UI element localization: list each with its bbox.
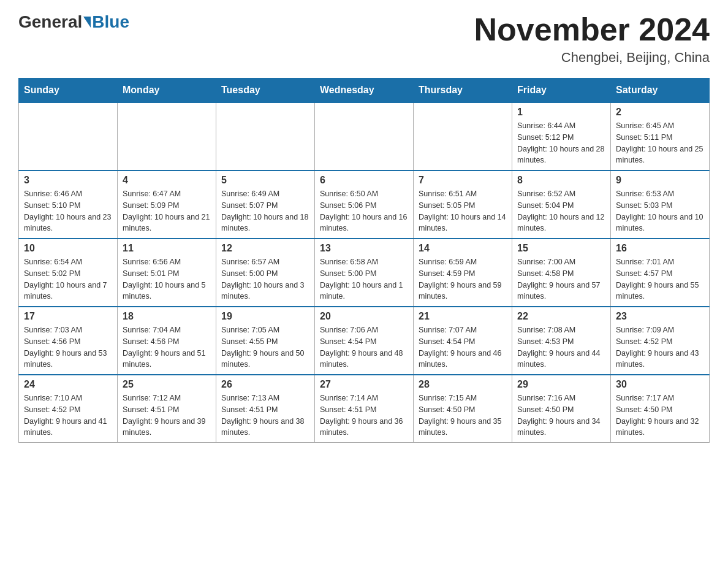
calendar-cell: 12Sunrise: 6:57 AMSunset: 5:00 PMDayligh… — [216, 239, 315, 307]
calendar-cell: 2Sunrise: 6:45 AMSunset: 5:11 PMDaylight… — [611, 102, 710, 170]
day-number: 26 — [221, 379, 309, 390]
logo-blue-text: Blue — [92, 12, 129, 32]
calendar-cell — [118, 102, 216, 170]
calendar-cell — [216, 102, 315, 170]
day-info: Sunrise: 7:10 AMSunset: 4:52 PMDaylight:… — [24, 393, 112, 439]
calendar-cell: 7Sunrise: 6:51 AMSunset: 5:05 PMDaylight… — [414, 170, 512, 239]
calendar-cell: 8Sunrise: 6:52 AMSunset: 5:04 PMDaylight… — [512, 170, 611, 239]
weekday-header-monday: Monday — [118, 79, 216, 103]
weekday-header-saturday: Saturday — [611, 79, 710, 103]
week-row-1: 1Sunrise: 6:44 AMSunset: 5:12 PMDaylight… — [19, 102, 710, 170]
day-info: Sunrise: 6:58 AMSunset: 5:00 PMDaylight:… — [320, 256, 408, 302]
calendar-cell: 23Sunrise: 7:09 AMSunset: 4:52 PMDayligh… — [611, 307, 710, 375]
day-info: Sunrise: 6:47 AMSunset: 5:09 PMDaylight:… — [123, 188, 211, 234]
day-number: 13 — [320, 243, 408, 254]
header: General Blue November 2024 Chengbei, Bei… — [18, 12, 710, 66]
calendar-cell: 29Sunrise: 7:16 AMSunset: 4:50 PMDayligh… — [512, 375, 611, 443]
day-number: 8 — [517, 175, 605, 186]
day-info: Sunrise: 6:44 AMSunset: 5:12 PMDaylight:… — [517, 120, 605, 166]
day-number: 24 — [24, 379, 112, 390]
calendar-cell: 5Sunrise: 6:49 AMSunset: 5:07 PMDaylight… — [216, 170, 315, 239]
day-number: 7 — [419, 175, 507, 186]
day-number: 6 — [320, 175, 408, 186]
calendar-cell: 3Sunrise: 6:46 AMSunset: 5:10 PMDaylight… — [19, 170, 118, 239]
week-row-4: 17Sunrise: 7:03 AMSunset: 4:56 PMDayligh… — [19, 307, 710, 375]
day-info: Sunrise: 7:00 AMSunset: 4:58 PMDaylight:… — [517, 256, 605, 302]
day-number: 3 — [24, 175, 112, 186]
day-number: 10 — [24, 243, 112, 254]
weekday-header-tuesday: Tuesday — [216, 79, 315, 103]
day-number: 9 — [616, 175, 704, 186]
calendar-cell: 15Sunrise: 7:00 AMSunset: 4:58 PMDayligh… — [512, 239, 611, 307]
week-row-3: 10Sunrise: 6:54 AMSunset: 5:02 PMDayligh… — [19, 239, 710, 307]
calendar-cell — [414, 102, 512, 170]
day-info: Sunrise: 6:49 AMSunset: 5:07 PMDaylight:… — [221, 188, 309, 234]
calendar-cell: 30Sunrise: 7:17 AMSunset: 4:50 PMDayligh… — [611, 375, 710, 443]
day-info: Sunrise: 7:15 AMSunset: 4:50 PMDaylight:… — [419, 393, 507, 439]
day-info: Sunrise: 7:08 AMSunset: 4:53 PMDaylight:… — [517, 324, 605, 370]
day-number: 2 — [616, 107, 704, 118]
day-info: Sunrise: 7:01 AMSunset: 4:57 PMDaylight:… — [616, 256, 704, 302]
day-info: Sunrise: 7:05 AMSunset: 4:55 PMDaylight:… — [221, 324, 309, 370]
day-info: Sunrise: 7:03 AMSunset: 4:56 PMDaylight:… — [24, 324, 112, 370]
weekday-header-friday: Friday — [512, 79, 611, 103]
day-info: Sunrise: 7:13 AMSunset: 4:51 PMDaylight:… — [221, 393, 309, 439]
day-info: Sunrise: 6:46 AMSunset: 5:10 PMDaylight:… — [24, 188, 112, 234]
day-number: 16 — [616, 243, 704, 254]
day-number: 15 — [517, 243, 605, 254]
logo-general-text: General — [18, 12, 82, 32]
calendar-cell: 19Sunrise: 7:05 AMSunset: 4:55 PMDayligh… — [216, 307, 315, 375]
calendar-cell: 9Sunrise: 6:53 AMSunset: 5:03 PMDaylight… — [611, 170, 710, 239]
calendar-cell: 22Sunrise: 7:08 AMSunset: 4:53 PMDayligh… — [512, 307, 611, 375]
day-number: 23 — [616, 311, 704, 322]
day-number: 19 — [221, 311, 309, 322]
day-info: Sunrise: 6:50 AMSunset: 5:06 PMDaylight:… — [320, 188, 408, 234]
calendar-cell: 6Sunrise: 6:50 AMSunset: 5:06 PMDaylight… — [315, 170, 414, 239]
day-number: 5 — [221, 175, 309, 186]
calendar-cell: 14Sunrise: 6:59 AMSunset: 4:59 PMDayligh… — [414, 239, 512, 307]
calendar-cell — [19, 102, 118, 170]
day-number: 17 — [24, 311, 112, 322]
day-info: Sunrise: 7:14 AMSunset: 4:51 PMDaylight:… — [320, 393, 408, 439]
day-info: Sunrise: 6:45 AMSunset: 5:11 PMDaylight:… — [616, 120, 704, 166]
week-row-5: 24Sunrise: 7:10 AMSunset: 4:52 PMDayligh… — [19, 375, 710, 443]
day-info: Sunrise: 7:12 AMSunset: 4:51 PMDaylight:… — [123, 393, 211, 439]
day-info: Sunrise: 6:54 AMSunset: 5:02 PMDaylight:… — [24, 256, 112, 302]
day-info: Sunrise: 7:16 AMSunset: 4:50 PMDaylight:… — [517, 393, 605, 439]
day-number: 1 — [517, 107, 605, 118]
day-number: 12 — [221, 243, 309, 254]
day-number: 29 — [517, 379, 605, 390]
day-info: Sunrise: 6:59 AMSunset: 4:59 PMDaylight:… — [419, 256, 507, 302]
day-info: Sunrise: 6:53 AMSunset: 5:03 PMDaylight:… — [616, 188, 704, 234]
calendar-cell: 17Sunrise: 7:03 AMSunset: 4:56 PMDayligh… — [19, 307, 118, 375]
weekday-header-row: SundayMondayTuesdayWednesdayThursdayFrid… — [19, 79, 710, 103]
calendar-cell: 1Sunrise: 6:44 AMSunset: 5:12 PMDaylight… — [512, 102, 611, 170]
calendar-cell: 4Sunrise: 6:47 AMSunset: 5:09 PMDaylight… — [118, 170, 216, 239]
week-row-2: 3Sunrise: 6:46 AMSunset: 5:10 PMDaylight… — [19, 170, 710, 239]
day-info: Sunrise: 7:04 AMSunset: 4:56 PMDaylight:… — [123, 324, 211, 370]
month-title: November 2024 — [474, 12, 710, 47]
calendar-cell: 24Sunrise: 7:10 AMSunset: 4:52 PMDayligh… — [19, 375, 118, 443]
location-subtitle: Chengbei, Beijing, China — [474, 50, 710, 66]
calendar-cell: 10Sunrise: 6:54 AMSunset: 5:02 PMDayligh… — [19, 239, 118, 307]
weekday-header-wednesday: Wednesday — [315, 79, 414, 103]
day-number: 4 — [123, 175, 211, 186]
logo: General Blue — [18, 12, 129, 32]
day-info: Sunrise: 7:17 AMSunset: 4:50 PMDaylight:… — [616, 393, 704, 439]
title-area: November 2024 Chengbei, Beijing, China — [474, 12, 710, 66]
weekday-header-thursday: Thursday — [414, 79, 512, 103]
day-number: 30 — [616, 379, 704, 390]
logo-triangle-icon — [83, 17, 91, 28]
day-number: 28 — [419, 379, 507, 390]
day-info: Sunrise: 6:57 AMSunset: 5:00 PMDaylight:… — [221, 256, 309, 302]
calendar-cell — [315, 102, 414, 170]
calendar-cell: 25Sunrise: 7:12 AMSunset: 4:51 PMDayligh… — [118, 375, 216, 443]
day-number: 11 — [123, 243, 211, 254]
calendar-cell: 11Sunrise: 6:56 AMSunset: 5:01 PMDayligh… — [118, 239, 216, 307]
calendar-cell: 21Sunrise: 7:07 AMSunset: 4:54 PMDayligh… — [414, 307, 512, 375]
day-info: Sunrise: 6:51 AMSunset: 5:05 PMDaylight:… — [419, 188, 507, 234]
calendar-cell: 28Sunrise: 7:15 AMSunset: 4:50 PMDayligh… — [414, 375, 512, 443]
calendar-cell: 26Sunrise: 7:13 AMSunset: 4:51 PMDayligh… — [216, 375, 315, 443]
calendar-cell: 27Sunrise: 7:14 AMSunset: 4:51 PMDayligh… — [315, 375, 414, 443]
calendar-cell: 20Sunrise: 7:06 AMSunset: 4:54 PMDayligh… — [315, 307, 414, 375]
